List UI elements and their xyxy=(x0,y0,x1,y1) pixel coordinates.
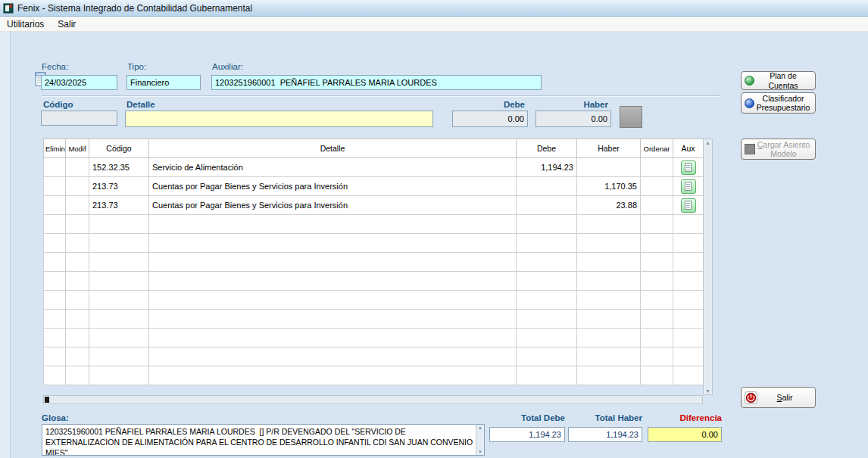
green-sphere-icon xyxy=(745,76,754,86)
scroll-up-icon[interactable]: ▲ xyxy=(478,425,482,430)
plan-de-cuentas-label: Plan de Cuentas xyxy=(754,71,812,89)
cell-codigo: 213.73 xyxy=(89,177,149,196)
glosa-textarea[interactable]: 1203251960001 PEÑAFIEL PARRALES MARIA LO… xyxy=(42,424,485,456)
aux-button[interactable] xyxy=(681,160,696,175)
cell-detalle: Cuentas por Pagar Bienes y Servicios par… xyxy=(149,177,517,196)
haber-input[interactable] xyxy=(535,111,611,127)
cell-haber: 1,170.35 xyxy=(577,177,641,196)
document-icon xyxy=(685,182,692,191)
cell-aux xyxy=(673,158,704,177)
left-panel-strip xyxy=(0,32,11,458)
scroll-down-icon[interactable]: ▼ xyxy=(478,450,482,454)
codigo-input[interactable] xyxy=(41,111,117,126)
detalle-label: Detalle xyxy=(126,100,155,109)
entries-table: Elimin Modif Código Detalle Debe Haber O… xyxy=(43,139,704,385)
document-icon xyxy=(685,163,692,172)
header-elimin: Elimin xyxy=(44,139,66,158)
tipo-label: Tipo: xyxy=(127,62,146,71)
title-bar: Fenix - Sistema Integrado de Contabilida… xyxy=(0,0,868,17)
menu-salir[interactable]: Salir xyxy=(51,17,83,31)
menu-utilitarios[interactable]: Utilitarios xyxy=(0,17,51,31)
header-detalle: Detalle xyxy=(149,139,517,158)
cell-elimin[interactable] xyxy=(44,177,66,196)
table-row-empty xyxy=(44,215,704,234)
cell-modif[interactable] xyxy=(66,158,89,177)
cell-haber: 23.88 xyxy=(577,196,641,215)
table-row-empty xyxy=(44,310,704,329)
diferencia-label: Diferencia xyxy=(648,413,722,422)
total-debe-value: 1,194.23 xyxy=(489,427,565,442)
cell-codigo: 152.32.35 xyxy=(89,158,149,177)
diferencia-value: 0.00 xyxy=(648,427,722,442)
cell-ordenar xyxy=(641,158,673,177)
cell-ordenar xyxy=(641,196,673,215)
table-horizontal-scrollbar[interactable] xyxy=(43,395,703,404)
total-haber-label: Total Haber xyxy=(568,413,642,422)
plan-de-cuentas-button[interactable]: Plan de Cuentas xyxy=(741,71,816,90)
salir-label: Salir xyxy=(757,393,812,402)
cell-debe xyxy=(517,196,577,215)
cell-ordenar xyxy=(641,177,673,196)
total-debe-label: Total Debe xyxy=(489,413,565,422)
clasificador-presupuestario-button[interactable]: Clasificador Presupuestario xyxy=(741,92,816,114)
app-window: Fenix - Sistema Integrado de Contabilida… xyxy=(0,0,868,458)
cargar-asiento-label: Cargar Asiento Modelo xyxy=(755,140,812,158)
detalle-input[interactable] xyxy=(125,111,433,127)
fecha-label: Fecha: xyxy=(42,62,68,71)
document-icon xyxy=(685,201,692,210)
table-row-empty xyxy=(44,234,704,253)
cell-elimin[interactable] xyxy=(44,196,66,215)
menu-bar: Utilitarios Salir xyxy=(0,17,868,32)
header-modif: Modif xyxy=(66,139,89,158)
fenix-logo-icon xyxy=(3,3,14,14)
salir-button[interactable]: Salir xyxy=(741,387,816,408)
cell-modif[interactable] xyxy=(66,196,89,215)
header-haber: Haber xyxy=(577,139,641,158)
aux-button[interactable] xyxy=(681,179,696,194)
table-row-empty xyxy=(44,272,704,291)
header-ordenar: Ordenar xyxy=(641,139,673,158)
table-row[interactable]: 152.32.35 Servicio de Alimentación 1,194… xyxy=(44,158,704,177)
cell-modif[interactable] xyxy=(66,177,89,196)
header-codigo: Código xyxy=(89,139,149,158)
cell-aux xyxy=(673,177,704,196)
scrollbar-thumb[interactable] xyxy=(45,397,49,403)
header-aux: Aux xyxy=(673,139,704,158)
cell-debe xyxy=(517,177,577,196)
table-row-empty xyxy=(44,347,704,366)
scroll-down-icon[interactable]: ▼ xyxy=(705,388,710,394)
table-row-empty xyxy=(44,291,704,310)
power-icon xyxy=(745,391,757,404)
table-row-empty xyxy=(44,366,704,385)
glosa-scrollbar[interactable]: ▲ ▼ xyxy=(476,425,484,455)
window-title: Fenix - Sistema Integrado de Contabilida… xyxy=(17,3,252,14)
codigo-label: Código xyxy=(43,100,73,109)
cell-detalle: Cuentas por Pagar Bienes y Servicios par… xyxy=(149,196,517,215)
gray-square-icon xyxy=(745,144,755,154)
entry-action-button[interactable] xyxy=(620,106,642,128)
cell-codigo: 213.73 xyxy=(89,196,149,215)
haber-label: Haber xyxy=(535,100,608,109)
clasificador-label: Clasificador Presupuestario xyxy=(754,94,812,112)
separator-line xyxy=(42,95,720,97)
tipo-input[interactable] xyxy=(126,75,201,90)
table-row-empty xyxy=(44,253,704,272)
debe-input[interactable] xyxy=(452,111,528,127)
fecha-input[interactable] xyxy=(41,75,117,90)
cargar-asiento-modelo-button[interactable]: Cargar Asiento Modelo xyxy=(741,139,816,160)
auxiliar-label: Auxiliar: xyxy=(212,62,243,71)
glosa-label: Glosa: xyxy=(42,413,69,422)
scroll-up-icon[interactable]: ▲ xyxy=(705,140,710,145)
table-row-empty xyxy=(44,329,704,347)
cell-elimin[interactable] xyxy=(44,158,66,177)
form-area: Fecha: Tipo: Auxiliar: Código Detalle De… xyxy=(0,32,868,458)
auxiliar-input[interactable] xyxy=(211,75,542,90)
table-row[interactable]: 213.73 Cuentas por Pagar Bienes y Servic… xyxy=(44,177,704,196)
cell-aux xyxy=(673,196,704,215)
aux-button[interactable] xyxy=(681,198,696,213)
table-row[interactable]: 213.73 Cuentas por Pagar Bienes y Servic… xyxy=(44,196,704,215)
table-vertical-scrollbar[interactable]: ▲ ▼ xyxy=(703,139,713,395)
table-header-row: Elimin Modif Código Detalle Debe Haber O… xyxy=(44,139,704,158)
blue-sphere-icon xyxy=(745,98,754,108)
cell-detalle: Servicio de Alimentación xyxy=(149,158,517,177)
